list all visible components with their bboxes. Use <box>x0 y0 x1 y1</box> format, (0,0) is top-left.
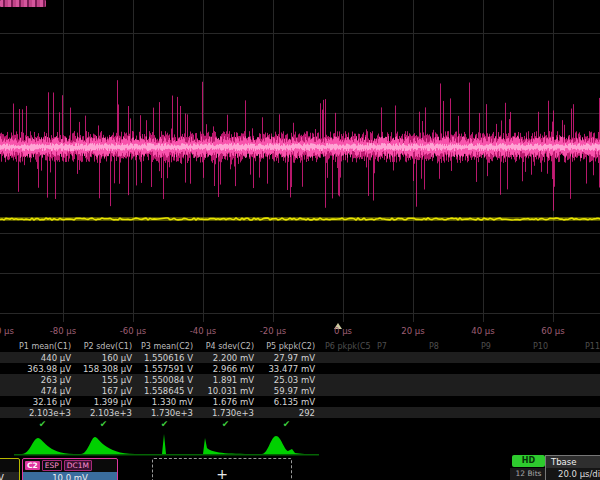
param-value: 10.031 mV <box>197 386 258 396</box>
c2-coupling-badge: DC1M <box>64 460 92 471</box>
c1-scale: 10.0 mV <box>0 472 19 480</box>
histicon-row <box>0 432 600 458</box>
param-value: 1.558645 V <box>136 386 197 396</box>
param-header-p1[interactable]: P1 mean(C1) <box>14 342 75 351</box>
status-check-icon: ✔ <box>136 419 197 429</box>
param-value: 2.966 mV <box>197 364 258 374</box>
axis-tick-label-1: -80 µs <box>50 326 76 336</box>
param-header-p10[interactable]: P10 <box>527 342 579 351</box>
param-value: 59.97 mV <box>258 386 319 396</box>
param-value: 158.308 µV <box>75 364 136 374</box>
param-value: 167 µV <box>75 386 136 396</box>
cropped-top-left-label <box>0 0 46 7</box>
status-check-icon: ✔ <box>75 419 136 429</box>
histicon-p4[interactable] <box>197 432 258 458</box>
axis-tick-label-7: 40 µs <box>471 326 494 336</box>
timebase-descriptor[interactable]: Tbase 20.0 µs/div <box>545 455 600 480</box>
param-header-p4[interactable]: P4 sdev(C2) <box>197 342 258 351</box>
param-value: 155 µV <box>75 375 136 385</box>
param-value: 1.730e+3 <box>197 408 258 418</box>
time-axis[interactable]: -100 µs-80 µs-60 µs-40 µs-20 µs0 µs20 µs… <box>0 322 600 340</box>
hd-bits-label: 12 Bits <box>510 468 547 480</box>
status-check-icon: ✔ <box>258 419 319 429</box>
param-value: 1.557591 V <box>136 364 197 374</box>
param-value: 1.399 µV <box>75 397 136 407</box>
param-header-p11[interactable]: P11 <box>579 342 600 351</box>
param-value: 32.16 µV <box>14 397 75 407</box>
histicon-p5[interactable] <box>258 432 319 458</box>
param-value: 263 µV <box>14 375 75 385</box>
param-value: 1.730e+3 <box>136 408 197 418</box>
axis-tick-label-5: 0 µs <box>334 326 352 336</box>
axis-tick-label-2: -60 µs <box>120 326 146 336</box>
param-header-p8[interactable]: P8 <box>423 342 475 351</box>
param-value: 27.97 mV <box>258 353 319 363</box>
param-header-p2[interactable]: P2 sdev(C1) <box>75 342 136 351</box>
axis-tick-label-4: -20 µs <box>260 326 286 336</box>
param-value: 6.135 mV <box>258 397 319 407</box>
param-value: 292 <box>258 408 319 418</box>
param-value: 1.891 mV <box>197 375 258 385</box>
param-value: 1.550616 V <box>136 353 197 363</box>
histicon-p3[interactable] <box>136 432 197 458</box>
histicon-p2[interactable] <box>75 432 136 458</box>
param-value: 2.103e+3 <box>14 408 75 418</box>
param-value: 33.477 mV <box>258 364 319 374</box>
channel-descriptor-c1[interactable]: C1 DC1M 10.0 mV <box>0 458 20 480</box>
hd-mode-badge[interactable]: HD <box>512 455 545 467</box>
plus-icon: + <box>153 459 291 480</box>
param-value: 1.550084 V <box>136 375 197 385</box>
timebase-label: Tbase <box>546 456 600 468</box>
param-header-p5[interactable]: P5 pkpk(C2) <box>258 342 319 351</box>
axis-tick-label-6: 20 µs <box>401 326 424 336</box>
oscilloscope-screen: -100 µs-80 µs-60 µs-40 µs-20 µs0 µs20 µs… <box>0 0 600 480</box>
param-header-p7[interactable]: P7 <box>371 342 423 351</box>
c2-scale: 10.0 mV <box>23 472 117 480</box>
param-value: 160 µV <box>75 353 136 363</box>
param-value: 363.98 µV <box>14 364 75 374</box>
c2-label: C2 <box>25 461 40 470</box>
waveform-display[interactable] <box>0 0 600 322</box>
status-check-icon: ✔ <box>197 419 258 429</box>
c2-esp-badge: ESP <box>42 460 62 471</box>
axis-tick-label-8: 60 µs <box>541 326 564 336</box>
param-value: 440 µV <box>14 353 75 363</box>
add-trace-button[interactable]: + <box>152 458 292 480</box>
measure-table: P1 mean(C1)P2 sdev(C1)P3 mean(C2)P4 sdev… <box>0 340 600 429</box>
axis-tick-label-3: -40 µs <box>190 326 216 336</box>
param-value: 1.330 mV <box>136 397 197 407</box>
param-value: 2.103e+3 <box>75 408 136 418</box>
param-value: 2.200 mV <box>197 353 258 363</box>
param-header-p9[interactable]: P9 <box>475 342 527 351</box>
timebase-value: 20.0 µs/div <box>546 468 600 480</box>
param-header-p6[interactable]: P6 pkpk(C5) <box>319 342 371 351</box>
axis-tick-label-0: -100 µs <box>0 326 14 336</box>
param-value: 25.03 mV <box>258 375 319 385</box>
param-header-p3[interactable]: P3 mean(C2) <box>136 342 197 351</box>
param-value: 1.676 mV <box>197 397 258 407</box>
channel-descriptor-c2[interactable]: C2 ESP DC1M 10.0 mV <box>22 458 118 480</box>
status-check-icon: ✔ <box>14 419 75 429</box>
histicon-p1[interactable] <box>14 432 75 458</box>
param-value: 474 µV <box>14 386 75 396</box>
